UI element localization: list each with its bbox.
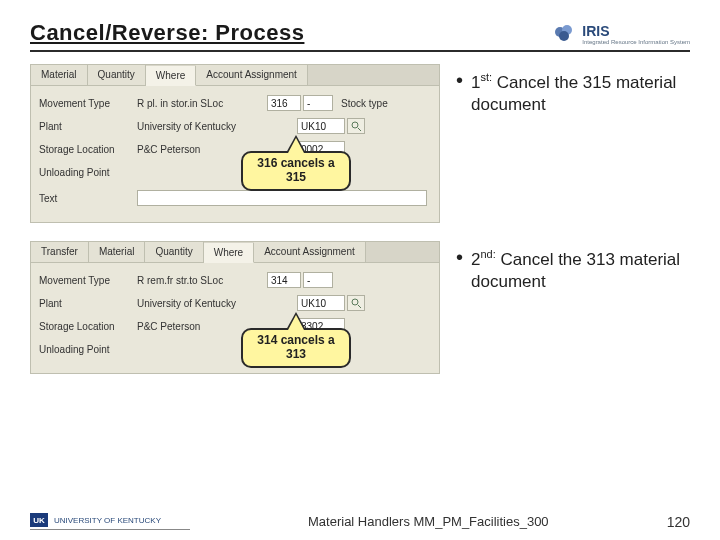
panel1-tabs: Material Quantity Where Account Assignme… bbox=[31, 65, 439, 86]
bullet1-text: Cancel the 315 material document bbox=[471, 73, 676, 114]
text-label: Text bbox=[39, 193, 137, 204]
footer-title: Material Handlers MM_PM_Facilities_300 bbox=[190, 514, 667, 529]
uk-badge: UK bbox=[30, 513, 48, 527]
movement-code-field[interactable]: 316 bbox=[267, 95, 301, 111]
movement-code-field-2[interactable]: 314 bbox=[267, 272, 301, 288]
tab-where-2[interactable]: Where bbox=[204, 243, 254, 263]
sap-panel-1: Material Quantity Where Account Assignme… bbox=[30, 64, 440, 223]
bullet-1: • 1st: Cancel the 315 material document bbox=[456, 70, 690, 116]
svg-point-5 bbox=[352, 299, 358, 305]
plant-label: Plant bbox=[39, 121, 137, 132]
plant-value: University of Kentucky bbox=[137, 121, 297, 132]
stock-type-label: Stock type bbox=[341, 98, 388, 109]
slide-footer: UK UNIVERSITY OF KENTUCKY Material Handl… bbox=[0, 513, 720, 530]
svg-point-3 bbox=[352, 122, 358, 128]
movement-sub-field[interactable]: - bbox=[303, 95, 333, 111]
callout-316: 316 cancels a 315 bbox=[241, 151, 351, 191]
plant-value-2: University of Kentucky bbox=[137, 298, 297, 309]
tab-where[interactable]: Where bbox=[146, 66, 196, 86]
sap-panel-2: Transfer Material Quantity Where Account… bbox=[30, 241, 440, 374]
plant-code-field-2[interactable]: UK10 bbox=[297, 295, 345, 311]
iris-icon bbox=[550, 22, 578, 46]
page-number: 120 bbox=[667, 514, 690, 530]
slide-header: Cancel/Reverse: Process IRIS Integrated … bbox=[30, 20, 690, 52]
bullet-dot: • bbox=[456, 247, 463, 293]
plant-search-button-2[interactable] bbox=[347, 295, 365, 311]
tab-quantity[interactable]: Quantity bbox=[88, 65, 146, 85]
callout-314: 314 cancels a 313 bbox=[241, 328, 351, 368]
text-field[interactable] bbox=[137, 190, 427, 206]
bullet-dot: • bbox=[456, 70, 463, 116]
tab-material[interactable]: Material bbox=[31, 65, 88, 85]
iris-logo-text: IRIS bbox=[582, 23, 690, 39]
bullet2-text: Cancel the 313 material document bbox=[471, 250, 680, 291]
uk-text: UNIVERSITY OF KENTUCKY bbox=[54, 516, 161, 525]
panel2-tabs: Transfer Material Quantity Where Account… bbox=[31, 242, 439, 263]
tab-account-2[interactable]: Account Assignment bbox=[254, 242, 366, 262]
svg-point-2 bbox=[559, 31, 569, 41]
callout-316-text: 316 cancels a 315 bbox=[257, 156, 334, 184]
search-icon bbox=[350, 297, 362, 309]
tab-material-2[interactable]: Material bbox=[89, 242, 146, 262]
svg-line-6 bbox=[358, 305, 361, 308]
bullet1-sup: st: bbox=[480, 71, 492, 83]
iris-logo-sub: Integrated Resource Information System bbox=[582, 39, 690, 45]
plant-label-2: Plant bbox=[39, 298, 137, 309]
movement-type-label-2: Movement Type bbox=[39, 275, 137, 286]
slide-title: Cancel/Reverse: Process bbox=[30, 20, 304, 46]
movement-sub-field-2[interactable]: - bbox=[303, 272, 333, 288]
search-icon bbox=[350, 120, 362, 132]
tab-quantity-2[interactable]: Quantity bbox=[145, 242, 203, 262]
bullet2-sup: nd: bbox=[480, 248, 495, 260]
uk-logo: UK UNIVERSITY OF KENTUCKY bbox=[30, 513, 190, 530]
storage-label-2: Storage Location bbox=[39, 321, 137, 332]
unloading-label: Unloading Point bbox=[39, 167, 137, 178]
iris-logo: IRIS Integrated Resource Information Sys… bbox=[550, 22, 690, 46]
movement-type-value-2: R rem.fr str.to SLoc bbox=[137, 275, 267, 286]
plant-search-button[interactable] bbox=[347, 118, 365, 134]
svg-line-4 bbox=[358, 128, 361, 131]
movement-type-label: Movement Type bbox=[39, 98, 137, 109]
tab-account[interactable]: Account Assignment bbox=[196, 65, 308, 85]
storage-label: Storage Location bbox=[39, 144, 137, 155]
movement-type-value: R pl. in stor.in SLoc bbox=[137, 98, 267, 109]
callout-314-text: 314 cancels a 313 bbox=[257, 333, 334, 361]
tab-transfer[interactable]: Transfer bbox=[31, 242, 89, 262]
unloading-label-2: Unloading Point bbox=[39, 344, 137, 355]
plant-code-field[interactable]: UK10 bbox=[297, 118, 345, 134]
bullet-2: • 2nd: Cancel the 313 material document bbox=[456, 247, 690, 293]
